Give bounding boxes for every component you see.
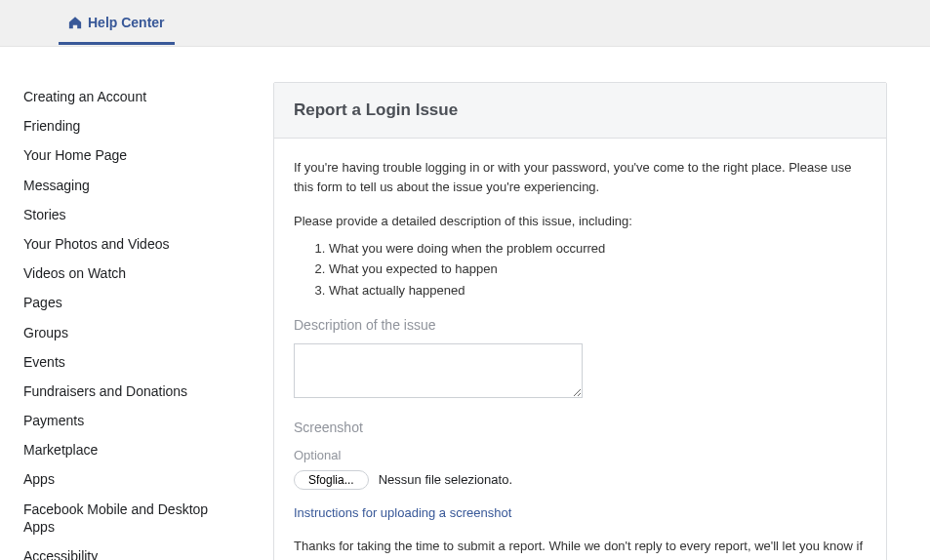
content-area: Creating an Account Friending Your Home … xyxy=(0,47,930,560)
step-3: What actually happened xyxy=(329,281,867,300)
steps-list: What you were doing when the problem occ… xyxy=(329,239,867,300)
sidebar-item-apps[interactable]: Apps xyxy=(23,464,234,494)
sidebar-item-friending[interactable]: Friending xyxy=(23,111,234,140)
optional-label: Optional xyxy=(294,446,867,465)
no-file-text: Nessun file selezionato. xyxy=(379,470,512,490)
sidebar-item-groups[interactable]: Groups xyxy=(23,318,234,347)
sidebar-item-fundraisers[interactable]: Fundraisers and Donations xyxy=(23,377,234,406)
intro-text: If you're having trouble logging in or w… xyxy=(294,158,867,196)
card-header: Report a Login Issue xyxy=(274,83,886,139)
report-card: Report a Login Issue If you're having tr… xyxy=(273,82,887,560)
header-inner: Help Center xyxy=(0,1,175,45)
help-center-tab[interactable]: Help Center xyxy=(59,1,175,45)
thanks-text: Thanks for taking the time to submit a r… xyxy=(294,537,867,561)
sidebar-item-photos-videos[interactable]: Your Photos and Videos xyxy=(23,229,234,259)
sidebar: Creating an Account Friending Your Home … xyxy=(0,82,234,560)
browse-button[interactable]: Sfoglia... xyxy=(294,470,369,490)
sidebar-item-marketplace[interactable]: Marketplace xyxy=(23,435,234,464)
screenshot-label: Screenshot xyxy=(294,418,867,438)
prompt-text: Please provide a detailed description of… xyxy=(294,212,867,231)
sidebar-item-accessibility[interactable]: Accessibility xyxy=(23,541,234,560)
file-row: Sfoglia... Nessun file selezionato. xyxy=(294,470,867,490)
home-icon xyxy=(68,16,82,29)
step-2: What you expected to happen xyxy=(329,260,867,279)
step-1: What you were doing when the problem occ… xyxy=(329,239,867,259)
sidebar-item-creating-account[interactable]: Creating an Account xyxy=(23,82,234,111)
main-column: Report a Login Issue If you're having tr… xyxy=(273,82,887,560)
sidebar-item-stories[interactable]: Stories xyxy=(23,200,234,229)
sidebar-item-home-page[interactable]: Your Home Page xyxy=(23,140,234,170)
page-title: Report a Login Issue xyxy=(294,100,867,120)
description-label: Description of the issue xyxy=(294,315,867,336)
description-textarea[interactable] xyxy=(294,343,583,398)
sidebar-item-events[interactable]: Events xyxy=(23,347,234,377)
sidebar-item-pages[interactable]: Pages xyxy=(23,288,234,317)
sidebar-item-messaging[interactable]: Messaging xyxy=(23,171,234,200)
sidebar-item-payments[interactable]: Payments xyxy=(23,406,234,435)
card-body: If you're having trouble logging in or w… xyxy=(274,139,886,560)
help-center-label: Help Center xyxy=(88,15,165,30)
top-header: Help Center xyxy=(0,0,930,47)
instructions-link[interactable]: Instructions for uploading a screenshot xyxy=(294,503,867,523)
sidebar-item-mobile-desktop[interactable]: Facebook Mobile and Desktop Apps xyxy=(23,495,234,541)
sidebar-item-videos-watch[interactable]: Videos on Watch xyxy=(23,259,234,288)
